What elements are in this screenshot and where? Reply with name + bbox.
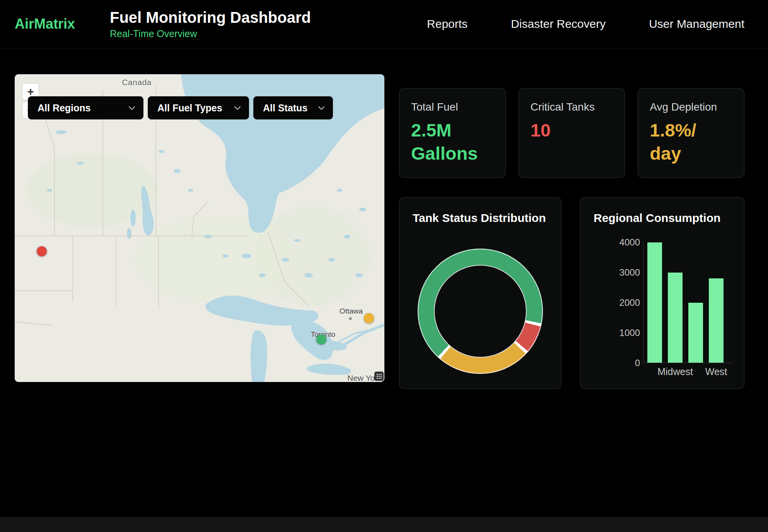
map-marker-normal[interactable] (316, 334, 326, 344)
stat-card-critical-tanks: Critical Tanks 10 (519, 88, 625, 178)
x-tick-label: West (705, 366, 727, 377)
stat-card-total-fuel: Total Fuel 2.5MGallons (399, 88, 506, 178)
chevron-down-icon (318, 106, 325, 110)
bar-yticks: 40003000200010000 (594, 242, 640, 363)
title-block: Fuel Monitoring Dashboard Real-Time Over… (110, 9, 311, 39)
y-tick-label: 1000 (620, 327, 640, 338)
charts-row: Tank Status Distribution Regional Consum… (399, 197, 744, 389)
app-logo[interactable]: AirMatrix (15, 16, 110, 32)
resize-handle[interactable] (374, 372, 384, 381)
bar-0 (647, 242, 662, 363)
bar-2 (688, 303, 703, 363)
page-title: Fuel Monitoring Dashboard (110, 9, 311, 26)
main-nav: Reports Disaster Recovery User Managemen… (427, 17, 744, 31)
grip-dots-icon (376, 373, 382, 379)
bar-chart-title: Regional Consumption (594, 211, 731, 225)
donut-chart-title: Tank Status Distribution (413, 211, 548, 225)
bar-1 (668, 273, 683, 363)
stat-label: Total Fuel (411, 101, 494, 113)
fuel-type-filter-value: All Fuel Types (157, 102, 222, 114)
bar-xlabels: MidwestWest (594, 366, 731, 379)
stat-label: Critical Tanks (531, 101, 613, 113)
bottom-strip (0, 517, 768, 532)
chevron-down-icon (128, 106, 135, 110)
status-filter-value: All Status (263, 102, 307, 114)
stat-card-avg-depletion: Avg Depletion 1.8%/day (638, 88, 744, 178)
stat-value: 10 (531, 119, 613, 142)
y-tick-label: 4000 (620, 237, 640, 248)
regional-consumption-card: Regional Consumption 40003000200010000 M… (580, 197, 744, 389)
bar-plot (643, 242, 733, 363)
app-root: AirMatrix Fuel Monitoring Dashboard Real… (0, 0, 768, 532)
nav-user-management[interactable]: User Management (649, 17, 744, 31)
nav-reports[interactable]: Reports (427, 17, 468, 31)
map-basemap (15, 74, 384, 382)
nav-disaster-recovery[interactable]: Disaster Recovery (511, 17, 606, 31)
map-marker-warning[interactable] (364, 313, 374, 323)
page-subtitle: Real-Time Overview (110, 28, 311, 39)
donut-chart (418, 249, 543, 374)
region-filter-value: All Regions (38, 102, 91, 114)
y-tick-label: 3000 (620, 267, 640, 278)
header: AirMatrix Fuel Monitoring Dashboard Real… (0, 0, 768, 48)
map-marker-critical[interactable] (37, 246, 47, 256)
status-filter-select[interactable]: All Status (253, 96, 333, 119)
fuel-type-filter-select[interactable]: All Fuel Types (148, 96, 249, 119)
map[interactable]: Canada Ottawa Toronto New York + − All R… (15, 74, 384, 382)
bar-chart: 40003000200010000 MidwestWest (594, 242, 731, 389)
recent-alerts-section: Recent Alerts Tank 2: Low fuel warning 3… (0, 390, 768, 532)
chevron-down-icon (234, 106, 241, 110)
map-filters: All Regions All Fuel Types All Status (28, 96, 333, 119)
stat-label: Avg Depletion (650, 101, 732, 113)
stat-value: 2.5MGallons (411, 119, 494, 165)
tank-status-card: Tank Status Distribution (399, 197, 561, 389)
bar-3 (709, 278, 724, 363)
x-tick-label: Midwest (657, 366, 693, 377)
stat-value: 1.8%/day (650, 119, 732, 165)
stats-row: Total Fuel 2.5MGallons Critical Tanks 10… (399, 88, 744, 178)
y-tick-label: 2000 (620, 297, 640, 308)
region-filter-select[interactable]: All Regions (28, 96, 143, 119)
